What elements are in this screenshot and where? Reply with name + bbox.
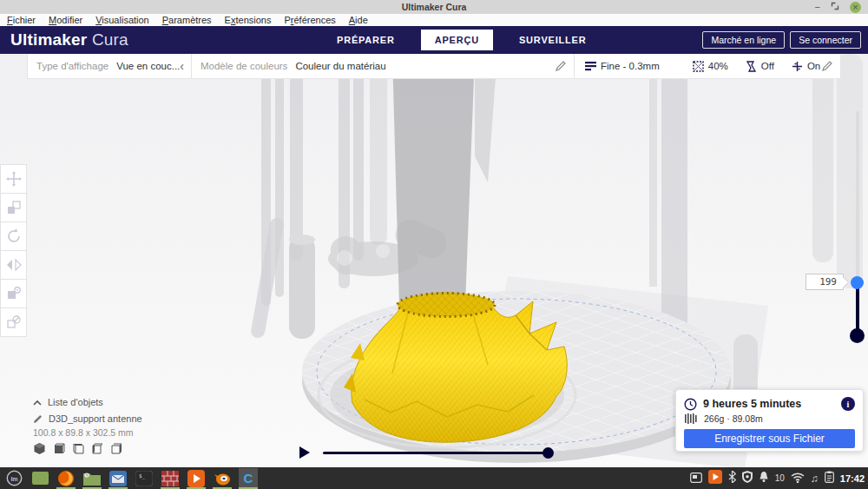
material-spool-icon (684, 413, 698, 424)
color-scheme-label: Modèle de couleurs (201, 61, 287, 71)
workspace-switcher-icon[interactable] (690, 471, 702, 486)
rename-pencil-icon (33, 414, 43, 424)
view-right-icon[interactable] (109, 442, 122, 455)
chevron-up-icon (33, 400, 42, 406)
cura-logo: Ultimaker Cura (10, 30, 128, 50)
collapse-chevron-icon[interactable]: ‹ (180, 60, 184, 72)
mail-icon[interactable] (108, 468, 128, 488)
layer-height-icon (585, 61, 596, 71)
support-blocker-button[interactable] (0, 307, 27, 337)
print-job-card: 9 heures 5 minutes i 266g · 89.08m Enreg… (675, 389, 864, 452)
support-icon (746, 61, 757, 72)
blender-icon[interactable] (213, 468, 232, 488)
object-list-item[interactable]: D3D_support antenne (33, 413, 142, 424)
print-settings-section[interactable]: Fine - 0.3mm 40% Off On (575, 54, 840, 78)
layer-slider-range (856, 282, 859, 334)
ultimaker-cura-window: Ultimaker Cura − × Fichier Modifier Visu… (0, 0, 868, 489)
menu-preferences[interactable]: Préférences (284, 15, 335, 25)
menubar: Fichier Modifier Visualisation Paramètre… (0, 14, 868, 26)
tab-preparer[interactable]: PRÉPARER (328, 30, 404, 50)
tray-media-play-icon[interactable] (708, 470, 722, 487)
mint-menu-button[interactable]: lm (4, 468, 23, 488)
music-note-icon[interactable]: ♫ (811, 473, 819, 484)
firefox-icon[interactable] (56, 468, 76, 488)
file-manager-icon[interactable] (82, 468, 102, 488)
display-type-section[interactable]: Type d'affichage Vue en couc... ‹ (28, 54, 191, 78)
clock[interactable]: 17:42 (840, 473, 865, 484)
menu-extensions[interactable]: Extensions (225, 15, 272, 25)
adhesion-icon (792, 61, 803, 72)
view-toolbar: Type d'affichage Vue en couc... ‹ Modèle… (27, 54, 841, 79)
menu-aide[interactable]: Aide (349, 15, 368, 25)
cura-header: Ultimaker Cura PRÉPARER APERÇU SURVEILLE… (0, 26, 868, 54)
print-time: 9 heures 5 minutes (703, 398, 801, 410)
notification-count: 10 (775, 473, 785, 483)
layer-slider-upper-handle[interactable] (851, 276, 864, 289)
adhesion-setting[interactable]: On (792, 61, 820, 72)
per-model-settings-button[interactable] (0, 279, 27, 308)
layer-tooltip: 199 (806, 274, 844, 290)
svg-text:lm: lm (10, 476, 17, 482)
tab-surveiller[interactable]: SURVEILLER (510, 30, 595, 50)
display-type-label: Type d'affichage (36, 61, 108, 71)
camera-view-presets (33, 442, 122, 455)
color-scheme-value[interactable]: Couleur du matériau (295, 61, 385, 71)
terminal-icon[interactable]: $_ (135, 468, 154, 488)
view-left-icon[interactable] (90, 442, 103, 455)
view-front-icon[interactable] (52, 442, 65, 455)
firewall-bricks-icon[interactable] (161, 468, 180, 488)
ghost-front-cylinder (289, 235, 315, 339)
edit-settings-pencil-icon[interactable] (822, 61, 832, 71)
menu-modifier[interactable]: Modifier (49, 15, 82, 25)
color-scheme-section[interactable]: Modèle de couleurs Couleur du matériau (191, 54, 575, 78)
menu-visualisation[interactable]: Visualisation (95, 15, 149, 25)
tool-panel (0, 165, 27, 337)
object-name: D3D_support antenne (49, 413, 142, 424)
rotate-tool-button[interactable] (0, 221, 27, 251)
show-desktop-button[interactable] (30, 468, 49, 488)
object-list-toggle[interactable]: Liste d'objets (33, 397, 103, 407)
profile-setting[interactable]: Fine - 0.3mm (585, 61, 660, 71)
path-timeline-slider[interactable] (323, 452, 549, 454)
taskbar: lm $_ (0, 467, 868, 489)
stage-tabs: PRÉPARER APERÇU SURVEILLER (328, 26, 595, 54)
material-usage: 266g · 89.08m (704, 413, 763, 424)
mirror-tool-button[interactable] (0, 250, 27, 280)
menu-parametres[interactable]: Paramètres (162, 15, 212, 25)
edit-pencil-icon[interactable] (556, 61, 566, 71)
object-list-label: Liste d'objets (48, 397, 103, 407)
cura-taskbar-icon[interactable]: C (239, 468, 258, 488)
view-3d-icon[interactable] (33, 442, 46, 455)
minimize-icon[interactable]: − (815, 3, 820, 12)
move-tool-button[interactable] (0, 164, 27, 194)
sign-in-button[interactable]: Se connecter (790, 31, 861, 49)
clock-icon (684, 398, 697, 411)
play-button[interactable] (299, 446, 311, 463)
info-icon[interactable]: i (841, 397, 855, 411)
close-icon[interactable]: × (850, 2, 861, 13)
marketplace-button[interactable]: Marché en ligne (702, 31, 785, 49)
maximize-icon[interactable] (831, 2, 839, 12)
svg-text:$_: $_ (139, 472, 146, 479)
infill-setting[interactable]: 40% (693, 61, 728, 72)
window-title: Ultimaker Cura (402, 2, 467, 12)
scale-tool-button[interactable] (0, 193, 27, 222)
layer-slider-lower-handle[interactable] (850, 328, 865, 343)
support-setting[interactable]: Off (746, 61, 774, 72)
wifi-icon[interactable] (791, 471, 805, 486)
menu-fichier[interactable]: Fichier (7, 15, 36, 25)
shield-icon[interactable] (742, 471, 753, 486)
notification-bell-icon[interactable] (759, 471, 769, 486)
clipboard-icon[interactable] (825, 471, 834, 486)
os-titlebar[interactable]: Ultimaker Cura − × (0, 0, 868, 15)
timeline-handle[interactable] (542, 447, 554, 459)
save-to-file-button[interactable]: Enregistrer sous Fichier (684, 429, 855, 448)
media-player-icon[interactable] (187, 468, 206, 488)
object-dimensions: 100.8 x 89.8 x 302.5 mm (33, 427, 134, 438)
view-top-icon[interactable] (71, 442, 84, 455)
system-tray: 10 ♫ 17:42 (690, 467, 865, 489)
display-type-value[interactable]: Vue en couc... (116, 61, 180, 71)
tab-apercu[interactable]: APERÇU (421, 30, 493, 50)
bluetooth-icon[interactable] (728, 471, 736, 486)
infill-icon (693, 61, 704, 72)
